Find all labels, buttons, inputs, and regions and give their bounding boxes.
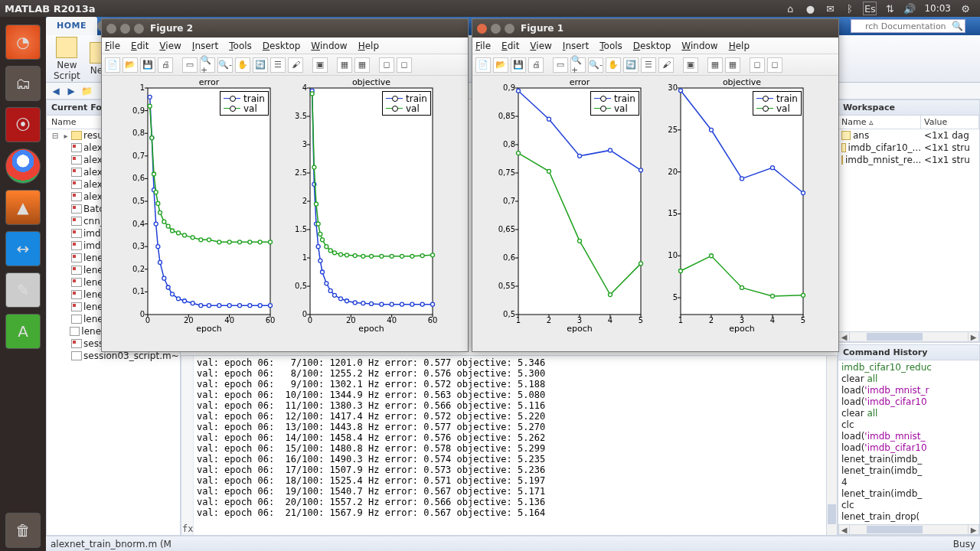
toolbar-button[interactable]: 🔄 bbox=[253, 57, 268, 73]
toolbar-button[interactable]: ☰ bbox=[270, 57, 286, 73]
history-line[interactable]: 4 bbox=[841, 477, 976, 488]
toolbar-button[interactable]: 🔍- bbox=[588, 57, 603, 73]
menu-window[interactable]: Window bbox=[311, 41, 347, 51]
toolbar-button[interactable]: ▭ bbox=[553, 57, 568, 73]
volume-icon[interactable]: 🔊 bbox=[903, 2, 916, 15]
fwd-icon[interactable]: ▶ bbox=[64, 84, 78, 98]
menu-desktop[interactable]: Desktop bbox=[263, 41, 301, 51]
toolbar-button[interactable]: ▦ bbox=[725, 57, 740, 73]
toolbar-button[interactable]: 🖌 bbox=[658, 57, 674, 73]
menu-help[interactable]: Help bbox=[358, 41, 379, 51]
toolbar-button[interactable]: ▣ bbox=[312, 57, 328, 73]
gear-icon[interactable]: ⚙ bbox=[959, 2, 972, 15]
history-line[interactable]: load('imdb_cifar10 bbox=[841, 442, 976, 454]
toolbar-button[interactable]: ✋ bbox=[606, 57, 621, 73]
menu-edit[interactable]: Edit bbox=[501, 41, 519, 51]
figure-2-titlebar[interactable]: Figure 2 bbox=[102, 19, 468, 37]
text-editor-icon[interactable]: ✎ bbox=[5, 272, 41, 308]
workspace-hscroll[interactable]: ◀▶ bbox=[838, 331, 979, 342]
toolbar-button[interactable]: ◻ bbox=[767, 57, 782, 73]
menu-edit[interactable]: Edit bbox=[131, 41, 149, 51]
toolbar-button[interactable]: ▣ bbox=[683, 57, 698, 73]
figure-2-window[interactable]: Figure 2 FileEditViewInsertToolsDesktopW… bbox=[101, 18, 469, 352]
history-line[interactable]: clear all bbox=[841, 373, 976, 385]
toolbar-button[interactable]: 🖨 bbox=[158, 57, 173, 73]
toolbar-button[interactable]: ◻ bbox=[379, 57, 394, 73]
menu-insert[interactable]: Insert bbox=[192, 41, 218, 51]
toolbar-button[interactable]: 📂 bbox=[122, 57, 138, 73]
min-icon[interactable] bbox=[120, 24, 130, 34]
mouse-icon[interactable]: ✉ bbox=[823, 2, 837, 15]
back-icon[interactable]: ◀ bbox=[49, 84, 63, 98]
toolbar-button[interactable]: ▦ bbox=[354, 57, 370, 73]
toolbar-button[interactable]: ✋ bbox=[235, 57, 250, 73]
workspace-row[interactable]: ans<1x1 dag bbox=[838, 129, 979, 142]
bluetooth-icon[interactable]: ᛒ bbox=[843, 2, 857, 15]
workspace-row[interactable]: imdb_mnist_re...<1x1 stru bbox=[838, 154, 979, 166]
teamviewer-icon[interactable]: ↔ bbox=[5, 231, 41, 266]
figure-1-titlebar[interactable]: Figure 1 bbox=[472, 19, 838, 37]
toolbar-button[interactable]: 🔍+ bbox=[200, 57, 215, 73]
record-icon[interactable]: ⦿ bbox=[5, 107, 41, 142]
max-icon[interactable] bbox=[505, 24, 514, 34]
network-icon[interactable]: ⇅ bbox=[883, 2, 897, 15]
menu-view[interactable]: View bbox=[530, 41, 551, 51]
max-icon[interactable] bbox=[134, 24, 144, 34]
toolbar-button[interactable]: ◻ bbox=[750, 57, 765, 73]
close-icon[interactable] bbox=[477, 24, 487, 34]
menu-tools[interactable]: Tools bbox=[229, 41, 252, 51]
history-line[interactable]: clear all bbox=[841, 408, 976, 419]
history-line[interactable]: lenet_train(imdb_ bbox=[841, 488, 976, 500]
cmdwin-vscroll[interactable] bbox=[826, 356, 837, 535]
toolbar-button[interactable]: 🖌 bbox=[288, 57, 303, 73]
new-script-button[interactable]: New Script bbox=[54, 37, 80, 81]
menu-file[interactable]: File bbox=[475, 41, 491, 51]
search-icon[interactable]: 🔍 bbox=[952, 21, 963, 31]
workspace-col-value[interactable]: Value bbox=[921, 116, 979, 129]
menu-desktop[interactable]: Desktop bbox=[633, 41, 671, 51]
files-icon[interactable]: 🗂 bbox=[5, 66, 41, 101]
menu-tools[interactable]: Tools bbox=[599, 41, 622, 51]
history-line[interactable]: imdb_cifar10_reduc bbox=[841, 362, 976, 373]
min-icon[interactable] bbox=[491, 24, 501, 34]
clock[interactable]: 10:03 bbox=[924, 3, 951, 14]
history-line[interactable]: lenet_train_drop( bbox=[841, 511, 976, 523]
close-icon[interactable] bbox=[106, 24, 116, 34]
menu-file[interactable]: File bbox=[105, 41, 120, 51]
toolbar-button[interactable]: ▭ bbox=[182, 57, 198, 73]
toolbar-button[interactable]: ▦ bbox=[337, 57, 352, 73]
toolbar-button[interactable]: 🖨 bbox=[528, 57, 544, 73]
toolbar-button[interactable]: 🔍- bbox=[217, 57, 233, 73]
legend[interactable]: trainval bbox=[590, 91, 639, 116]
toolbar-button[interactable]: 📄 bbox=[105, 57, 120, 73]
home-tab[interactable]: HOME bbox=[46, 17, 97, 35]
toolbar-button[interactable]: 📄 bbox=[475, 57, 491, 73]
toolbar-button[interactable]: 📂 bbox=[493, 57, 508, 73]
keyboard-layout[interactable]: Es bbox=[863, 2, 877, 15]
history-line[interactable]: load('imdb_cifar10 bbox=[841, 396, 976, 408]
cmdhist-hscroll[interactable]: ◀▶ bbox=[838, 524, 979, 535]
menu-insert[interactable]: Insert bbox=[563, 41, 589, 51]
figure-1-window[interactable]: Figure 1 FileEditViewInsertToolsDesktopW… bbox=[472, 18, 839, 352]
history-line[interactable]: load('imdb_mnist_ bbox=[841, 431, 976, 442]
legend[interactable]: trainval bbox=[382, 91, 431, 116]
doc-search-input[interactable] bbox=[851, 19, 965, 33]
toolbar-button[interactable]: ▦ bbox=[707, 57, 723, 73]
chrome-icon[interactable]: ● bbox=[803, 2, 817, 15]
chrome-launcher-icon[interactable] bbox=[5, 148, 41, 184]
command-window[interactable]: val: epoch 06: 7/100: 1201.0 Hz error: 0… bbox=[181, 355, 838, 536]
toolbar-button[interactable]: 💾 bbox=[511, 57, 526, 73]
history-line[interactable]: clc bbox=[841, 500, 976, 511]
toolbar-button[interactable]: 💾 bbox=[140, 57, 155, 73]
history-line[interactable]: lenet_train(imdb_ bbox=[841, 465, 976, 477]
trash-icon[interactable]: 🗑 bbox=[5, 513, 41, 548]
menu-window[interactable]: Window bbox=[681, 41, 717, 51]
menu-view[interactable]: View bbox=[159, 41, 181, 51]
workspace-col-name[interactable]: Name ▵ bbox=[838, 116, 921, 129]
home-icon[interactable]: ⌂ bbox=[783, 2, 797, 15]
up-icon[interactable]: 📁 bbox=[80, 84, 93, 98]
legend[interactable]: trainval bbox=[220, 91, 269, 116]
toolbar-button[interactable]: 🔄 bbox=[623, 57, 639, 73]
history-line[interactable]: clc bbox=[841, 419, 976, 431]
history-line[interactable]: load('imdb_mnist_r bbox=[841, 385, 976, 396]
